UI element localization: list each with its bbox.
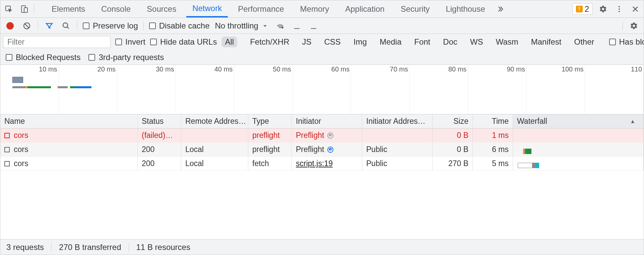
timeline-tick-label: 80 ms [448,65,466,73]
filter-type-manifest[interactable]: Manifest [528,37,565,47]
request-name: cors [14,145,28,154]
request-name: cors [14,131,28,140]
initiator-text: Preflight [296,131,324,140]
request-status: (failed)… [138,129,181,142]
record-button[interactable] [4,20,16,32]
inspect-icon[interactable] [3,3,14,15]
waterfall-cell [517,145,639,154]
request-size: 270 B [433,157,473,170]
status-bar: 3 requests 270 B transferred 11 B resour… [0,239,644,255]
timeline-tick: 70 ms [351,65,410,114]
filter-type-ws[interactable]: WS [467,37,487,47]
svg-point-5 [619,11,620,12]
preserve-log-checkbox[interactable]: Preserve log [83,21,138,31]
filter-type-fetch-xhr[interactable]: Fetch/XHR [247,37,293,47]
col-name[interactable]: Name [0,114,138,128]
clear-button[interactable] [21,20,33,32]
import-har-icon[interactable] [291,20,303,32]
blocked-requests-label: Blocked Requests [16,53,80,62]
timeline-tick: 110 [585,65,644,114]
device-toggle-icon[interactable] [18,3,30,15]
search-icon[interactable] [60,20,72,32]
status-transferred: 270 B transferred [59,243,121,252]
request-row[interactable]: cors200Localfetchscript.js:19Public270 B… [0,157,644,171]
svg-point-3 [619,6,620,7]
col-remote[interactable]: Remote Addres… [181,114,248,128]
filter-type-js[interactable]: JS [299,37,315,47]
timeline-tick-label: 60 ms [331,65,349,73]
timeline-tick-label: 30 ms [156,65,174,73]
filter-type-all[interactable]: All [221,37,237,47]
filter-type-font[interactable]: Font [411,37,434,47]
invert-label: Invert [125,37,145,47]
col-iaddr[interactable]: Initiator Addres… [362,114,433,128]
throttling-select[interactable]: No throttling [215,21,269,31]
hide-data-urls-checkbox[interactable]: Hide data URLs [150,37,217,47]
tab-memory[interactable]: Memory [294,0,335,17]
request-time: 5 ms [473,157,513,170]
filter-icon[interactable] [44,20,55,32]
network-conditions-icon[interactable] [274,20,286,32]
col-waterfall[interactable]: Waterfall ▲ [513,114,644,128]
overview-bars [1,85,91,88]
network-toolbar: Preserve log Disable cache No throttling [0,18,644,34]
tab-application[interactable]: Application [339,0,390,17]
waterfall-cell [517,131,639,140]
third-party-checkbox[interactable]: 3rd-party requests [88,53,164,62]
issues-badge[interactable]: ! 2 [572,3,593,15]
col-initiator[interactable]: Initiator [292,114,362,128]
more-tabs-icon[interactable] [495,3,506,15]
tab-network[interactable]: Network [186,0,228,17]
request-size: 0 B [433,143,473,156]
initiator-link[interactable]: script.js:19 [296,159,333,168]
network-settings-icon[interactable] [628,20,640,32]
request-time: 6 ms [473,143,513,156]
close-devtools-icon[interactable] [630,3,641,15]
sort-indicator-icon: ▲ [630,118,639,124]
tab-security[interactable]: Security [395,0,436,17]
filter-type-other[interactable]: Other [571,37,597,47]
tab-elements[interactable]: Elements [46,0,91,17]
disable-cache-checkbox[interactable]: Disable cache [149,21,210,31]
col-type[interactable]: Type [248,114,292,128]
col-time[interactable]: Time [473,114,513,128]
overview-timeline[interactable]: 10 ms20 ms30 ms40 ms50 ms60 ms70 ms80 ms… [0,65,644,114]
filter-type-css[interactable]: CSS [321,37,344,47]
blocked-requests-checkbox[interactable]: Blocked Requests [6,53,80,62]
invert-checkbox[interactable]: Invert [115,37,145,47]
filter-type-img[interactable]: Img [350,37,370,47]
col-status[interactable]: Status [138,114,181,128]
filter-input[interactable] [3,36,111,48]
tab-lighthouse[interactable]: Lighthouse [440,0,491,17]
file-icon [4,147,10,152]
filter-type-media[interactable]: Media [376,37,405,47]
settings-icon[interactable] [597,3,609,15]
timeline-tick-label: 10 ms [39,65,57,73]
preserve-log-label: Preserve log [93,21,138,31]
tab-performance[interactable]: Performance [232,0,290,17]
request-initiator-address [362,129,433,142]
status-resources: 11 B resources [136,243,190,252]
request-type: preflight [248,143,292,156]
throttling-value: No throttling [215,21,258,31]
request-row[interactable]: cors(failed)…preflightPreflight0 B1 ms [0,129,644,143]
request-row[interactable]: cors200LocalpreflightPreflightPublic0 B6… [0,143,644,157]
filter-type-wasm[interactable]: Wasm [493,37,522,47]
overview-selection[interactable] [12,77,23,83]
has-blocked-cookies-label: Has blocked cookies [619,37,644,47]
request-initiator-address: Public [362,157,433,170]
timeline-tick-label: 70 ms [390,65,408,73]
timeline-tick: 100 ms [527,65,585,114]
has-blocked-cookies-checkbox[interactable]: Has blocked cookies [609,37,644,47]
svg-point-8 [281,27,283,29]
svg-point-4 [619,8,620,10]
kebab-menu-icon[interactable] [614,3,625,15]
col-size[interactable]: Size [433,114,473,128]
request-initiator: Preflight [292,129,362,142]
export-har-icon[interactable] [308,20,319,32]
filter-type-doc[interactable]: Doc [440,37,461,47]
tab-console[interactable]: Console [95,0,137,17]
timeline-tick-label: 110 [631,65,642,73]
tab-sources[interactable]: Sources [141,0,182,17]
grid-header[interactable]: Name Status Remote Addres… Type Initiato… [0,114,644,129]
